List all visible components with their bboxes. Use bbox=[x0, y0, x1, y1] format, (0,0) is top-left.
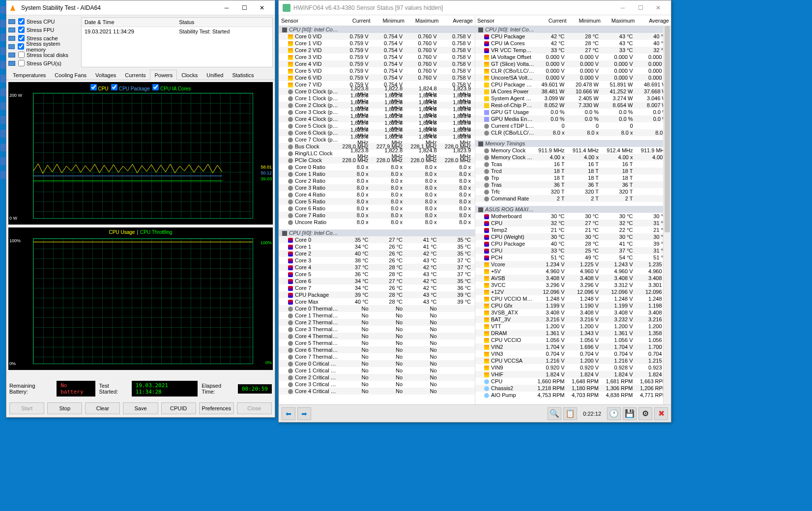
sensor-group[interactable]: CPU [#0]: Intel Cor... bbox=[279, 26, 475, 33]
sensor-row[interactable]: BAT_3V3.216 V3.216 V3.232 V3.216 V bbox=[475, 316, 671, 323]
col-status[interactable]: Status bbox=[176, 18, 272, 27]
sensor-row[interactable]: Core 4 Thermal Thr...NoNoNo bbox=[279, 333, 475, 340]
sensor-row[interactable]: Core 3 VID0.759 V0.754 V0.760 V0.758 V bbox=[279, 54, 475, 60]
col-current[interactable]: Current bbox=[338, 17, 373, 25]
sensor-row[interactable]: Core 5 VID0.759 V0.754 V0.760 V0.758 V bbox=[279, 67, 475, 74]
sensor-row[interactable]: VR VCC Temperatur...33 °C27 °C33 °C32 °C bbox=[475, 47, 671, 54]
sensor-row[interactable]: VTT1.200 V1.200 V1.200 V1.200 V bbox=[475, 323, 671, 330]
sensor-row[interactable]: VIN30.704 V0.704 V0.704 V0.704 V bbox=[475, 350, 671, 357]
sensor-row[interactable]: Trcd18 T18 T18 T bbox=[475, 168, 671, 174]
sensor-row[interactable]: Trfc320 T320 T320 T bbox=[475, 188, 671, 195]
sensor-group[interactable]: CPU [#0]: Intel Cor... bbox=[475, 26, 671, 33]
checkbox-stress-cache[interactable] bbox=[18, 35, 25, 41]
col-minimum[interactable]: Minimum bbox=[569, 17, 603, 25]
sensor-row[interactable]: DRAM1.361 V1.343 V1.361 V1.358 V bbox=[475, 330, 671, 337]
sensor-row[interactable]: Core 338 °C26 °C43 °C37 °C bbox=[279, 257, 475, 264]
maximize-button[interactable]: ☐ bbox=[632, 1, 649, 14]
col-minimum[interactable]: Minimum bbox=[373, 17, 407, 25]
sensor-row[interactable]: 3VSB_ATX3.408 V3.408 V3.408 V3.408 V bbox=[475, 309, 671, 316]
sensor-row[interactable]: Core 6 Thermal Thr...NoNoNo bbox=[279, 346, 475, 353]
sensor-row[interactable]: VIN90.920 V0.920 V0.928 V0.923 V bbox=[475, 364, 671, 371]
tool-settings-icon[interactable]: ⚙ bbox=[638, 407, 652, 420]
sensor-row[interactable]: Core 240 °C26 °C42 °C35 °C bbox=[279, 250, 475, 257]
sensor-row[interactable]: Core 1 Critical Tem...NoNoNo bbox=[279, 367, 475, 374]
start-button[interactable]: Start bbox=[9, 402, 44, 414]
sensor-row[interactable]: CPU Package Power49.601 W20.478 W51.891 … bbox=[475, 81, 671, 88]
sensor-row[interactable]: Core 1 Ratio8.0 x8.0 x8.0 x8.0 x bbox=[279, 170, 475, 177]
sensor-row[interactable]: Ring/LLC Clock1,823.8 MHz1,822.8 MHz1,82… bbox=[279, 150, 475, 157]
tool-clock-icon[interactable]: 🕐 bbox=[607, 407, 621, 420]
sensor-row[interactable]: Core 7 Clock (perf ...1,823.8 MHz1,822.8… bbox=[279, 136, 475, 143]
sensor-row[interactable]: CPU32 °C27 °C32 °C31 °C bbox=[475, 220, 671, 227]
sensor-row[interactable]: Core 1 Thermal Thr...NoNoNo bbox=[279, 312, 475, 319]
sensor-row[interactable]: Core 2 Critical Tem...NoNoNo bbox=[279, 374, 475, 381]
sensor-row[interactable]: +5V4.960 V4.960 V4.960 V4.960 V bbox=[475, 268, 671, 275]
sensor-row[interactable]: Core 2 VID0.759 V0.754 V0.760 V0.758 V bbox=[279, 47, 475, 54]
col-average[interactable]: Average bbox=[441, 17, 475, 25]
tab-statistics[interactable]: Statistics bbox=[228, 70, 258, 80]
sensor-row[interactable]: CLR (CBo/LLC/Ring)...0.000 V0.000 V0.000… bbox=[475, 67, 671, 74]
nav-next-button[interactable]: ➡ bbox=[297, 407, 311, 420]
sensor-row[interactable]: Trp18 T18 T18 T bbox=[475, 174, 671, 181]
sensor-row[interactable]: CPU1,660 RPM1,648 RPM1,681 RPM1,663 RPM bbox=[475, 378, 671, 385]
sensor-row[interactable]: Core 6 Ratio8.0 x8.0 x8.0 x8.0 x bbox=[279, 205, 475, 212]
sensor-row[interactable]: Core 0 Ratio8.0 x8.0 x8.0 x8.0 x bbox=[279, 164, 475, 170]
sensor-row[interactable]: Core 4 Ratio8.0 x8.0 x8.0 x8.0 x bbox=[279, 191, 475, 198]
sensor-row[interactable]: GPU GT Usage0.0 %0.0 %0.0 %0.0 % bbox=[475, 109, 671, 115]
sensor-row[interactable]: CPU Gfx1.199 V1.190 V1.199 V1.198 V bbox=[475, 302, 671, 309]
tab-powers[interactable]: Powers bbox=[150, 70, 177, 80]
sensor-row[interactable]: CPU Package39 °C28 °C43 °C39 °C bbox=[279, 291, 475, 298]
sensor-row[interactable]: System Agent Power3.099 W2.405 W3.274 W3… bbox=[475, 95, 671, 102]
sensor-group[interactable]: Memory Timings bbox=[475, 140, 671, 147]
col-maximum[interactable]: Maximum bbox=[406, 17, 441, 25]
col-date[interactable]: Date & Time bbox=[82, 18, 176, 27]
close-button[interactable]: Close bbox=[237, 402, 272, 414]
titlebar-aida64[interactable]: System Stability Test - AIDA64 ─ ☐ ✕ bbox=[6, 0, 275, 15]
sensor-row[interactable]: Core 5 Thermal Thr...NoNoNo bbox=[279, 340, 475, 346]
col-average[interactable]: Average bbox=[637, 17, 671, 25]
sensor-row[interactable]: Core 4 VID0.759 V0.754 V0.760 V0.758 V bbox=[279, 60, 475, 67]
col-maximum[interactable]: Maximum bbox=[603, 17, 637, 25]
save-button[interactable]: Save bbox=[123, 402, 158, 414]
sensor-row[interactable]: Core 6 VID0.759 V0.754 V0.760 V0.758 V bbox=[279, 74, 475, 81]
tab-temperatures[interactable]: Temperatures bbox=[8, 70, 50, 80]
sensor-row[interactable]: CLR (CBo/LLC/Ring)...8.0 x8.0 x8.0 x8.0 … bbox=[475, 129, 671, 136]
sensor-row[interactable]: VHIF1.824 V1.824 V1.824 V1.824 V bbox=[475, 371, 671, 378]
sensor-row[interactable]: Uncore Ratio8.0 x8.0 x8.0 x8.0 x bbox=[279, 219, 475, 226]
sensor-row[interactable]: Core 3 Critical Tem...NoNoNo bbox=[279, 381, 475, 388]
close-window-button[interactable]: ✕ bbox=[649, 1, 667, 14]
sensor-row[interactable]: Command Rate2 T2 T2 T bbox=[475, 195, 671, 202]
sensor-row[interactable]: PCH51 °C49 °C54 °C51 °C bbox=[475, 254, 671, 261]
sensor-row[interactable]: CPU VCCIO Mem OC1.248 V1.248 V1.248 V1.2… bbox=[475, 295, 671, 302]
sensor-row[interactable]: Core 7 Thermal Thr...NoNoNo bbox=[279, 353, 475, 360]
scrollbar[interactable] bbox=[663, 26, 671, 404]
sensor-row[interactable]: CPU Package40 °C28 °C41 °C39 °C bbox=[475, 240, 671, 247]
sensor-row[interactable]: Core 5 Ratio8.0 x8.0 x8.0 x8.0 x bbox=[279, 198, 475, 205]
tab-currents[interactable]: Currents bbox=[120, 70, 150, 80]
clear-button[interactable]: Clear bbox=[85, 402, 120, 414]
checkbox-stress-mem[interactable] bbox=[18, 43, 24, 50]
sensor-row[interactable]: Core 0 Critical Tem...NoNoNo bbox=[279, 360, 475, 367]
sensor-row[interactable]: Rest-of-Chip Power8.052 W7.330 W8.654 W8… bbox=[475, 102, 671, 109]
sensor-group[interactable]: CPU [#0]: Intel Cor... bbox=[279, 229, 475, 236]
sensor-row[interactable]: Temp221 °C21 °C22 °C21 °C bbox=[475, 227, 671, 233]
sensor-group[interactable]: ASUS ROG MAXIMU... bbox=[475, 206, 671, 213]
sensor-row[interactable]: Motherboard30 °C30 °C30 °C30 °C bbox=[475, 213, 671, 220]
sensor-row[interactable]: GPU Media Engine ...0.0 %0.0 %0.0 %0.0 % bbox=[475, 115, 671, 122]
sensor-row[interactable]: VIN21.704 V1.696 V1.704 V1.700 V bbox=[475, 343, 671, 350]
sensor-row[interactable]: Core 134 °C26 °C41 °C35 °C bbox=[279, 243, 475, 250]
minimize-button[interactable]: ─ bbox=[218, 1, 235, 14]
sensor-row[interactable]: Core 7 Ratio8.0 x8.0 x8.0 x8.0 x bbox=[279, 212, 475, 219]
stop-button[interactable]: Stop bbox=[47, 402, 82, 414]
sensor-row[interactable]: IA Cores Power38.481 W10.666 W41.252 W37… bbox=[475, 88, 671, 95]
titlebar-hwinfo[interactable]: HWiNFO64 v6.43-4380 Sensor Status [97 va… bbox=[279, 0, 671, 15]
sensor-row[interactable]: CPU VCCIO1.056 V1.056 V1.056 V1.056 V bbox=[475, 337, 671, 343]
minimize-button[interactable]: ─ bbox=[614, 1, 632, 14]
sensor-row[interactable]: 3VCC3.296 V3.296 V3.312 V3.301 V bbox=[475, 282, 671, 288]
sensor-row[interactable]: CPU Package42 °C28 °C43 °C40 °C bbox=[475, 33, 671, 40]
sensor-row[interactable]: Core 734 °C26 °C42 °C36 °C bbox=[279, 284, 475, 291]
sensor-row[interactable]: Core 035 °C27 °C41 °C35 °C bbox=[279, 236, 475, 243]
sensor-row[interactable]: CPU33 °C25 °C37 °C31 °C bbox=[475, 247, 671, 254]
sensor-row[interactable]: AIO Pump4,753 RPM4,703 RPM4,838 RPM4,771… bbox=[475, 392, 671, 398]
tab-voltages[interactable]: Voltages bbox=[91, 70, 120, 80]
